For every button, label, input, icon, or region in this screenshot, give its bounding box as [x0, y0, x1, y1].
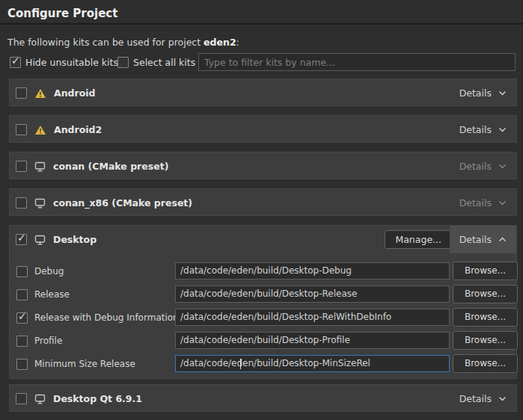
desktop-icon — [34, 394, 46, 404]
kit-header: Android2 Details — [10, 116, 516, 143]
config-row-minsizerel: Minimum Size Release /data/code/eden/bui… — [10, 355, 516, 373]
select-all-kits-checkbox[interactable] — [117, 57, 129, 68]
chevron-up-icon — [498, 237, 507, 242]
manage-kits-button[interactable]: Manage... — [385, 230, 452, 249]
kit-name: conan (CMake preset) — [53, 161, 168, 172]
config-checkbox[interactable] — [16, 289, 28, 300]
title-separator — [0, 23, 523, 25]
kit-checkbox[interactable] — [16, 234, 27, 245]
kit-row-android: Android Details — [9, 78, 517, 106]
kit-row-desktop: Desktop Manage... Details Debug /data/co… — [9, 225, 517, 379]
kit-name: conan_x86 (CMake preset) — [53, 197, 192, 209]
kit-filter-input[interactable] — [198, 53, 516, 71]
chevron-down-icon — [498, 200, 507, 206]
kit-name: Desktop Qt 6.9.1 — [53, 393, 142, 404]
config-checkbox[interactable] — [16, 312, 28, 324]
kits-subtitle: The following kits can be used for proje… — [7, 37, 239, 48]
details-button[interactable]: Details — [450, 189, 516, 217]
select-all-kits-label: Select all kits — [133, 57, 195, 68]
details-button[interactable]: Details — [450, 385, 516, 413]
kit-header: Desktop Manage... Details — [10, 226, 516, 253]
kit-name: Desktop — [53, 234, 97, 245]
config-checkbox[interactable] — [16, 266, 28, 277]
browse-button[interactable]: Browse... — [453, 308, 518, 327]
kit-header: Desktop Qt 6.9.1 Details — [10, 385, 516, 413]
config-checkbox[interactable] — [16, 336, 28, 347]
hide-unsuitable-kits-checkbox[interactable] — [10, 57, 21, 68]
browse-button[interactable]: Browse... — [453, 354, 518, 373]
kit-checkbox[interactable] — [16, 124, 27, 135]
kit-header: conan (CMake preset) Details — [10, 152, 516, 180]
kit-header: Android Details — [10, 79, 516, 107]
build-path-input[interactable]: /data/code/eden/build/Desktop-Profile — [175, 332, 450, 349]
project-name: eden2 — [204, 37, 236, 48]
config-label: Profile — [34, 336, 62, 346]
warning-icon — [34, 125, 46, 135]
text-caret — [240, 359, 241, 369]
config-label: Release — [34, 289, 70, 300]
kit-checkbox[interactable] — [16, 161, 27, 172]
browse-button[interactable]: Browse... — [453, 285, 518, 303]
details-button[interactable]: Details — [450, 226, 516, 253]
build-path-input[interactable]: /data/code/eden/build/Desktop-Debug — [175, 262, 450, 280]
config-row-profile: Profile /data/code/eden/build/Desktop-Pr… — [10, 332, 516, 350]
build-path-input[interactable]: /data/code/eden/build/Desktop-RelWithDeb… — [175, 309, 450, 326]
hide-unsuitable-kits-label: Hide unsuitable kits — [25, 57, 118, 68]
config-checkbox[interactable] — [16, 359, 28, 370]
chevron-down-icon — [498, 127, 507, 132]
page-title: Configure Project — [7, 7, 117, 20]
details-button[interactable]: Details — [450, 152, 516, 180]
configure-project-screen: Configure Project The following kits can… — [0, 0, 523, 420]
desktop-icon — [34, 235, 46, 245]
hide-unsuitable-kits-group: Hide unsuitable kits — [10, 57, 118, 68]
desktop-icon — [34, 198, 46, 209]
kit-checkbox[interactable] — [16, 393, 27, 404]
config-label: Release with Debug Information — [34, 312, 179, 323]
kit-row-conan-x86: conan_x86 (CMake preset) Details — [9, 188, 517, 216]
browse-button[interactable]: Browse... — [453, 262, 518, 280]
chevron-down-icon — [498, 90, 507, 96]
details-button[interactable]: Details — [450, 79, 516, 107]
kit-row-android2: Android2 Details — [9, 115, 517, 143]
build-path-input[interactable]: /data/code/eden/build/Desktop-Release — [175, 285, 450, 303]
chevron-down-icon — [498, 396, 507, 401]
browse-button[interactable]: Browse... — [453, 331, 518, 350]
kit-row-desktop-qt: Desktop Qt 6.9.1 Details — [9, 384, 517, 412]
kit-name: Android — [54, 87, 96, 99]
config-row-release: Release /data/code/eden/build/Desktop-Re… — [10, 285, 516, 303]
select-all-kits-group: Select all kits — [117, 57, 195, 68]
kit-checkbox[interactable] — [16, 197, 27, 209]
details-button[interactable]: Details — [450, 116, 516, 143]
kit-header: conan_x86 (CMake preset) Details — [10, 189, 516, 217]
kit-checkbox[interactable] — [16, 87, 27, 99]
config-row-relwithdebinfo: Release with Debug Information /data/cod… — [10, 309, 516, 327]
desktop-icon — [34, 161, 46, 172]
kit-row-conan: conan (CMake preset) Details — [9, 152, 517, 179]
warning-icon — [34, 88, 46, 99]
build-path-input-focused[interactable]: /data/code/eden/build/Desktop-MinSizeRel — [175, 355, 450, 372]
config-label: Minimum Size Release — [34, 359, 135, 369]
subtitle-text: The following kits can be used for proje… — [7, 37, 204, 48]
chevron-down-icon — [498, 164, 507, 169]
config-label: Debug — [34, 266, 64, 277]
kit-name: Android2 — [54, 124, 102, 135]
config-row-debug: Debug /data/code/eden/build/Desktop-Debu… — [10, 262, 516, 280]
